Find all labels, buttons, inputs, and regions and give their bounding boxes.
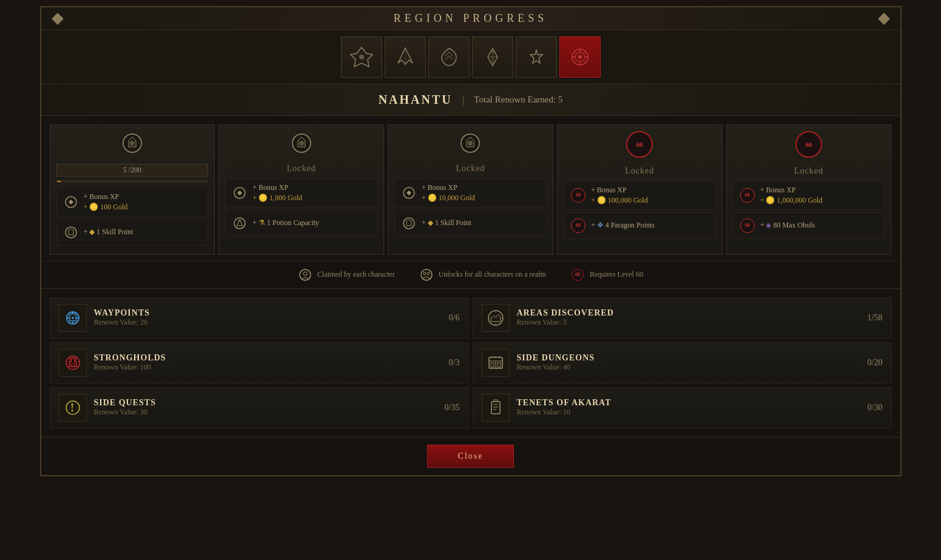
- svg-point-20: [421, 269, 432, 280]
- close-bar: Close: [41, 437, 900, 475]
- strongholds-count: 0/3: [449, 358, 460, 368]
- svg-rect-32: [491, 363, 494, 367]
- waypoints-icon: [59, 304, 87, 332]
- reward-tiers: 5 /200 + Bonus XP+ 🪙 100 Gold: [41, 116, 900, 261]
- header-diamond-right: [878, 13, 890, 25]
- legend: Claimed by each character Unlocks for al…: [41, 261, 900, 289]
- svg-point-15: [468, 141, 473, 146]
- tier4-reward-paragon: 60 + ❖ 4 Paragon Points: [564, 212, 716, 239]
- reward-tier-1: 5 /200 + Bonus XP+ 🪙 100 Gold: [50, 124, 215, 255]
- svg-point-6: [130, 141, 135, 146]
- svg-point-18: [300, 269, 311, 280]
- tier1-progress: 5 /200: [56, 164, 209, 177]
- tenets-info: TENETS OF AKARAT Renown Value: 10: [517, 398, 860, 417]
- tab-nahantu[interactable]: [559, 36, 601, 78]
- tier3-reward-skill: + ◆ 1 Skill Point: [394, 210, 547, 237]
- potion-icon: [231, 214, 249, 232]
- tier5-level-icon: 60: [795, 131, 822, 158]
- tier4-reward-xp: 60 + Bonus XP+ 🪙 100,000 Gold: [564, 181, 716, 210]
- tier2-reward-potion: + ⚗ 1 Potion Capacity: [225, 210, 377, 237]
- strongholds-renown: Renown Value: 100: [94, 363, 442, 372]
- tier1-reward-xp: + Bonus XP+ 🪙 100 Gold: [56, 187, 209, 217]
- objective-tenets: TENETS OF AKARAT Renown Value: 10 0/30: [473, 387, 892, 428]
- objective-side-quests: ! SIDE QUESTS Renown Value: 30 0/35: [50, 387, 469, 428]
- svg-point-12: [234, 218, 245, 229]
- waypoints-count: 0/6: [449, 313, 460, 323]
- objective-strongholds: STRONGHOLDS Renown Value: 100 0/3: [50, 342, 469, 383]
- tier3-header: [394, 131, 547, 158]
- legend-realm: Unlocks for all characters on a realm: [419, 268, 546, 282]
- tier2-reward-xp-text: + Bonus XP+ 🪙 1,000 Gold: [252, 183, 302, 203]
- areas-discovered-count: 1/58: [868, 313, 883, 323]
- tier3-reward-skill-text: + ◆ 1 Skill Point: [422, 218, 471, 228]
- tier1-progress-bar: [56, 180, 209, 183]
- skill-icon-3: [400, 214, 418, 232]
- tab-kehjistan[interactable]: [428, 36, 470, 78]
- svg-text:!: !: [70, 402, 74, 414]
- side-quests-count: 0/35: [445, 403, 460, 413]
- tenets-renown: Renown Value: 10: [517, 408, 860, 417]
- side-quests-name: SIDE QUESTS: [94, 398, 437, 408]
- svg-point-0: [359, 55, 364, 59]
- xp-icon-5: 60: [738, 186, 757, 204]
- reward-tier-3: Locked + Bonus XP+ 🪙 10,000 Gold: [388, 124, 553, 255]
- areas-discovered-info: AREAS DISCOVERED Renown Value: 5: [517, 308, 860, 327]
- tenets-name: TENETS OF AKARAT: [517, 398, 860, 408]
- svg-point-10: [299, 141, 304, 146]
- tier5-header: 60: [733, 131, 885, 160]
- region-name: NAHANTU: [379, 93, 453, 107]
- waypoints-name: WAYPOINTS: [94, 308, 442, 318]
- tier1-reward-xp-text: + Bonus XP+ 🪙 100 Gold: [84, 192, 128, 212]
- side-quests-info: SIDE QUESTS Renown Value: 30: [94, 398, 437, 417]
- side-quests-renown: Renown Value: 30: [94, 408, 437, 417]
- tab-dry-steppes[interactable]: [472, 36, 513, 78]
- tab-hawezar[interactable]: [516, 36, 557, 78]
- header-diamond-left: [52, 13, 64, 25]
- tier3-reward-xp-text: + Bonus XP+ 🪙 10,000 Gold: [422, 183, 475, 203]
- xp-icon: [62, 193, 80, 211]
- xp-icon-3: [400, 184, 418, 202]
- legend-character-text: Claimed by each character: [317, 270, 395, 279]
- tier3-reward-xp: + Bonus XP+ 🪙 10,000 Gold: [394, 178, 547, 207]
- tier5-reward-obols: 60 + ◈ 80 Max Obols: [733, 212, 885, 239]
- legend-level60-text: Requires Level 60: [590, 270, 643, 279]
- strongholds-icon: [59, 349, 87, 377]
- close-button[interactable]: Close: [427, 445, 514, 468]
- tier5-reward-xp: 60 + Bonus XP+ 🪙 1,000,000 Gold: [733, 181, 885, 210]
- tab-fractured-peaks[interactable]: [385, 36, 426, 78]
- tier1-progress-fill: [57, 181, 61, 182]
- tier2-reward-xp: + Bonus XP+ 🪙 1,000 Gold: [225, 178, 377, 207]
- strongholds-info: STRONGHOLDS Renown Value: 100: [94, 353, 442, 372]
- side-dungeons-renown: Renown Value: 40: [517, 363, 860, 372]
- tier4-header: 60: [564, 131, 716, 160]
- tier3-locked: Locked: [394, 164, 547, 174]
- realm-legend-icon: [419, 268, 434, 282]
- tenets-icon: [482, 394, 510, 422]
- tier5-locked: Locked: [733, 166, 885, 176]
- obols-icon: 60: [738, 217, 757, 235]
- tier1-reward-skill-text: + ◆ 1 Skill Point: [84, 227, 133, 237]
- tier4-reward-paragon-text: + ❖ 4 Paragon Points: [591, 220, 655, 231]
- side-quests-icon: !: [59, 394, 87, 422]
- legend-character: Claimed by each character: [298, 268, 395, 282]
- svg-point-4: [578, 55, 582, 59]
- reward-tier-4: 60 Locked 60 + Bonus XP+ 🪙 100,000 Gold …: [557, 124, 723, 255]
- side-dungeons-info: SIDE DUNGEONS Renown Value: 40: [517, 353, 860, 372]
- tier2-locked: Locked: [225, 164, 377, 174]
- tier1-header: [56, 131, 209, 158]
- waypoints-renown: Renown Value: 20: [94, 318, 442, 327]
- tier1-reward-skill: + ◆ 1 Skill Point: [56, 219, 209, 246]
- areas-discovered-renown: Renown Value: 5: [517, 318, 860, 327]
- tab-scosglen[interactable]: [341, 36, 382, 78]
- tier3-icon: [458, 131, 482, 155]
- waypoints-info: WAYPOINTS Renown Value: 20: [94, 308, 442, 327]
- tenets-count: 0/30: [868, 403, 883, 413]
- character-legend-icon: [298, 268, 312, 282]
- reward-tier-2: Locked + Bonus XP+ 🪙 1,000 Gold: [218, 124, 384, 255]
- areas-discovered-name: AREAS DISCOVERED: [517, 308, 860, 318]
- tier4-reward-xp-text: + Bonus XP+ 🪙 100,000 Gold: [591, 185, 648, 206]
- tier4-locked: Locked: [564, 166, 716, 176]
- objective-areas-discovered: AREAS DISCOVERED Renown Value: 5 1/58: [473, 297, 892, 339]
- svg-rect-33: [497, 363, 501, 367]
- objective-side-dungeons: SIDE DUNGEONS Renown Value: 40 0/20: [473, 342, 892, 383]
